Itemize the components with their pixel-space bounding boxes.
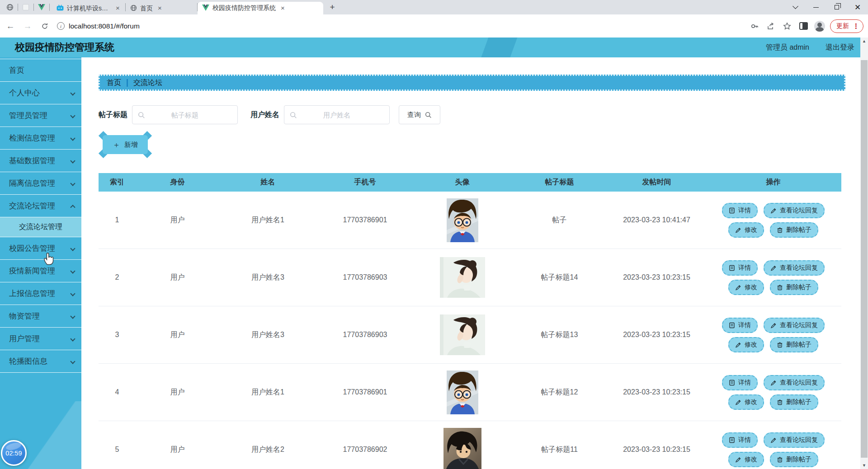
url-text[interactable]: localhost:8081/#/forum — [69, 22, 140, 30]
detail-button[interactable]: 详情 — [722, 318, 758, 333]
post-title-label: 帖子标题 — [99, 110, 127, 120]
new-tab-button[interactable]: + — [326, 1, 339, 14]
sidebar-item-supplies-mgmt[interactable]: 物资管理 — [0, 305, 81, 328]
detail-button[interactable]: 详情 — [722, 432, 758, 448]
reload-icon[interactable] — [38, 19, 52, 33]
scroll-down-arrow-icon[interactable]: ▼ — [860, 462, 868, 469]
table-row: 1 用户 用户姓名1 17703786901 帖子 2023-03-23 10:… — [99, 192, 841, 249]
restore-button[interactable] — [826, 0, 847, 14]
edit-button[interactable]: 修改 — [728, 394, 764, 410]
post-title-input[interactable] — [132, 106, 237, 124]
sidebar-item-home[interactable]: 首页 — [0, 59, 81, 82]
sidebar-item-report-info-mgmt[interactable]: 上报信息管理 — [0, 282, 81, 305]
edit-button[interactable]: 修改 — [728, 280, 764, 295]
sidebar-item-label: 基础数据管理 — [9, 155, 55, 166]
browser-tab-2[interactable]: 首页 × — [126, 2, 197, 14]
cell-name: 用户姓名3 — [219, 249, 316, 306]
cell-avatar — [414, 421, 511, 469]
vue-icon[interactable] — [36, 2, 47, 13]
cell-name: 用户姓名3 — [219, 306, 316, 363]
query-button[interactable]: 查询 — [399, 105, 440, 124]
sidebar-item-base-data-mgmt[interactable]: 基础数据管理 — [0, 150, 81, 172]
sidebar-item-campus-notice-mgmt[interactable]: 校园公告管理 — [0, 237, 81, 260]
add-label: 新增 — [124, 141, 138, 149]
breadcrumb-home[interactable]: 首页 — [107, 78, 121, 88]
cell-avatar — [414, 364, 511, 421]
browser-tab-1[interactable]: 计算机毕设springboot校园疫情 × — [52, 2, 125, 14]
forum-table: 索引 身份 姓名 手机号 头像 帖子标题 发帖时间 操作 1 用户 用户姓名1 … — [99, 173, 841, 469]
delete-post-button[interactable]: 删除帖子 — [770, 280, 818, 295]
close-icon[interactable]: × — [156, 5, 164, 12]
minimize-button[interactable] — [806, 0, 826, 14]
edit-button[interactable]: 修改 — [728, 452, 764, 467]
cell-post-time: 2023-03-23 10:23:15 — [608, 249, 705, 306]
sidebar-item-user-mgmt[interactable]: 用户管理 — [0, 328, 81, 350]
edit-button[interactable]: 修改 — [728, 337, 764, 352]
tab-separator — [18, 4, 18, 11]
sidebar-item-quarantine-info-mgmt[interactable]: 隔离信息管理 — [0, 172, 81, 195]
page-scrollbar[interactable]: ▲ ▼ — [860, 38, 868, 469]
sidebar-item-personal-center[interactable]: 个人中心 — [0, 82, 81, 104]
cell-role: 用户 — [136, 364, 219, 421]
close-window-button[interactable]: ✕ — [847, 0, 868, 14]
side-panel-icon[interactable] — [797, 20, 809, 32]
detail-button[interactable]: 详情 — [722, 203, 758, 218]
cell-phone: 17703786902 — [316, 421, 414, 469]
edit-button[interactable]: 修改 — [728, 222, 764, 238]
back-icon[interactable]: ← — [4, 19, 17, 33]
vue-icon — [202, 5, 209, 12]
delete-post-button[interactable]: 删除帖子 — [770, 337, 818, 352]
add-button[interactable]: ＋ 新增 — [103, 135, 148, 154]
cell-role: 用户 — [136, 421, 219, 469]
chevron-down-icon — [70, 291, 75, 296]
pencil-icon — [770, 207, 777, 214]
globe-icon[interactable] — [5, 2, 15, 13]
detail-button[interactable]: 详情 — [722, 375, 758, 390]
delete-post-button[interactable]: 删除帖子 — [770, 394, 818, 410]
delete-post-button[interactable]: 删除帖子 — [770, 452, 818, 467]
search-form: 帖子标题 用户姓名 查询 — [99, 105, 440, 124]
sidebar-item-carousel-info[interactable]: 轮播图信息 — [0, 350, 81, 373]
blank-page-icon[interactable] — [20, 2, 31, 13]
sidebar-item-epidemic-news-mgmt[interactable]: 疫情新闻管理 — [0, 260, 81, 282]
view-replies-button[interactable]: 查看论坛回复 — [764, 432, 825, 448]
sidebar-subitem-forum-mgmt-active[interactable]: 交流论坛管理 — [0, 217, 81, 237]
forward-icon[interactable]: → — [21, 19, 34, 33]
scroll-up-arrow-icon[interactable]: ▲ — [860, 38, 868, 45]
scrollbar-thumb[interactable] — [861, 60, 868, 458]
chevron-down-icon — [70, 246, 75, 251]
pencil-icon — [770, 265, 777, 271]
browser-tab-active[interactable]: 校园疫情防控管理系统 × — [198, 2, 323, 14]
password-key-icon[interactable] — [749, 20, 760, 32]
close-icon[interactable]: × — [114, 5, 122, 12]
sidebar-item-forum-mgmt[interactable]: 交流论坛管理 — [0, 195, 81, 217]
site-info-icon[interactable]: i — [57, 22, 65, 30]
user-name-input[interactable] — [284, 106, 389, 124]
cell-phone: 17703786903 — [316, 249, 414, 306]
view-replies-button[interactable]: 查看论坛回复 — [764, 375, 825, 390]
logout-link[interactable]: 退出登录 — [826, 43, 854, 52]
bookmark-star-icon[interactable] — [781, 20, 793, 32]
delete-post-button[interactable]: 删除帖子 — [770, 222, 818, 238]
browser-tabstrip: 计算机毕设springboot校园疫情 × 首页 × 校园疫情防控管理系统 × … — [0, 0, 868, 14]
address-bar[interactable]: i localhost:8081/#/forum — [57, 22, 140, 30]
sidebar-item-label: 物资管理 — [9, 311, 40, 321]
share-icon[interactable] — [765, 20, 777, 32]
detail-button[interactable]: 详情 — [722, 260, 758, 276]
browser-menu-chevron-icon[interactable] — [785, 0, 806, 14]
view-replies-button[interactable]: 查看论坛回复 — [764, 203, 825, 218]
table-row: 4 用户 用户姓名1 17703786901 帖子标题12 2023-03-23… — [99, 364, 841, 421]
sidebar-item-admin-mgmt[interactable]: 管理员管理 — [0, 104, 81, 127]
pencil-icon — [770, 437, 777, 443]
sidebar-item-test-info-mgmt[interactable]: 检测信息管理 — [0, 127, 81, 150]
chevron-down-icon — [70, 336, 75, 341]
header-decorative-stripe — [479, 38, 519, 57]
view-replies-button[interactable]: 查看论坛回复 — [764, 260, 825, 276]
browser-update-button[interactable]: 更新 ⋮ — [830, 19, 863, 33]
profile-avatar-icon[interactable] — [814, 20, 826, 32]
tv-icon — [57, 5, 64, 12]
kebab-menu-icon[interactable]: ⋮ — [853, 23, 859, 29]
view-replies-button[interactable]: 查看论坛回复 — [764, 318, 825, 333]
close-icon[interactable]: × — [279, 5, 287, 12]
cell-post-title: 帖子标题13 — [511, 306, 608, 363]
